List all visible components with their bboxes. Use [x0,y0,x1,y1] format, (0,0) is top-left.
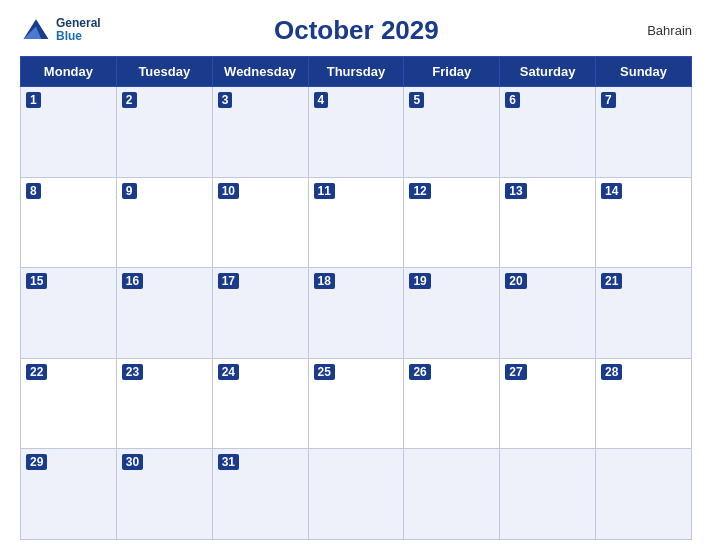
calendar-cell: 18 [308,268,404,359]
day-number: 28 [601,364,622,380]
calendar-week-row: 891011121314 [21,177,692,268]
weekday-header-thursday: Thursday [308,57,404,87]
calendar-cell: 7 [596,87,692,178]
weekday-header-monday: Monday [21,57,117,87]
day-number: 21 [601,273,622,289]
day-number: 15 [26,273,47,289]
calendar-cell: 29 [21,449,117,540]
logo: General Blue [20,14,101,46]
weekday-header-tuesday: Tuesday [116,57,212,87]
day-number: 9 [122,183,137,199]
day-number: 27 [505,364,526,380]
calendar-cell: 28 [596,358,692,449]
day-number: 1 [26,92,41,108]
calendar-cell: 15 [21,268,117,359]
calendar-table: MondayTuesdayWednesdayThursdayFridaySatu… [20,56,692,540]
day-number: 22 [26,364,47,380]
calendar-week-row: 15161718192021 [21,268,692,359]
day-number: 23 [122,364,143,380]
logo-icon [20,14,52,46]
day-number: 2 [122,92,137,108]
calendar-cell: 8 [21,177,117,268]
calendar-week-row: 22232425262728 [21,358,692,449]
day-number: 7 [601,92,616,108]
calendar-cell: 25 [308,358,404,449]
calendar-title: October 2029 [101,15,612,46]
weekday-header-wednesday: Wednesday [212,57,308,87]
day-number: 29 [26,454,47,470]
calendar-week-row: 293031 [21,449,692,540]
day-number: 13 [505,183,526,199]
calendar-cell [308,449,404,540]
calendar-cell: 26 [404,358,500,449]
day-number: 18 [314,273,335,289]
calendar-cell: 17 [212,268,308,359]
calendar-cell: 27 [500,358,596,449]
day-number: 14 [601,183,622,199]
logo-blue-text: Blue [56,30,101,43]
calendar-cell [500,449,596,540]
calendar-cell: 3 [212,87,308,178]
weekday-header-sunday: Sunday [596,57,692,87]
weekday-header-row: MondayTuesdayWednesdayThursdayFridaySatu… [21,57,692,87]
calendar-header: General Blue October 2029 Bahrain [20,10,692,50]
calendar-cell: 16 [116,268,212,359]
calendar-cell: 2 [116,87,212,178]
calendar-cell: 1 [21,87,117,178]
calendar-cell: 10 [212,177,308,268]
calendar-week-row: 1234567 [21,87,692,178]
day-number: 30 [122,454,143,470]
calendar-cell: 12 [404,177,500,268]
day-number: 17 [218,273,239,289]
calendar-cell [596,449,692,540]
day-number: 12 [409,183,430,199]
day-number: 5 [409,92,424,108]
calendar-cell: 6 [500,87,596,178]
day-number: 25 [314,364,335,380]
day-number: 3 [218,92,233,108]
calendar-cell: 11 [308,177,404,268]
day-number: 11 [314,183,335,199]
day-number: 10 [218,183,239,199]
calendar-cell: 31 [212,449,308,540]
day-number: 4 [314,92,329,108]
calendar-cell: 23 [116,358,212,449]
day-number: 6 [505,92,520,108]
calendar-cell: 5 [404,87,500,178]
day-number: 20 [505,273,526,289]
calendar-cell: 30 [116,449,212,540]
calendar-cell: 20 [500,268,596,359]
calendar-cell: 13 [500,177,596,268]
calendar-cell: 9 [116,177,212,268]
calendar-cell: 19 [404,268,500,359]
day-number: 19 [409,273,430,289]
day-number: 8 [26,183,41,199]
calendar-cell: 21 [596,268,692,359]
day-number: 31 [218,454,239,470]
calendar-cell: 4 [308,87,404,178]
weekday-header-friday: Friday [404,57,500,87]
day-number: 26 [409,364,430,380]
day-number: 16 [122,273,143,289]
day-number: 24 [218,364,239,380]
country-label: Bahrain [612,23,692,38]
weekday-header-saturday: Saturday [500,57,596,87]
calendar-cell: 24 [212,358,308,449]
calendar-cell: 14 [596,177,692,268]
calendar-cell [404,449,500,540]
calendar-cell: 22 [21,358,117,449]
